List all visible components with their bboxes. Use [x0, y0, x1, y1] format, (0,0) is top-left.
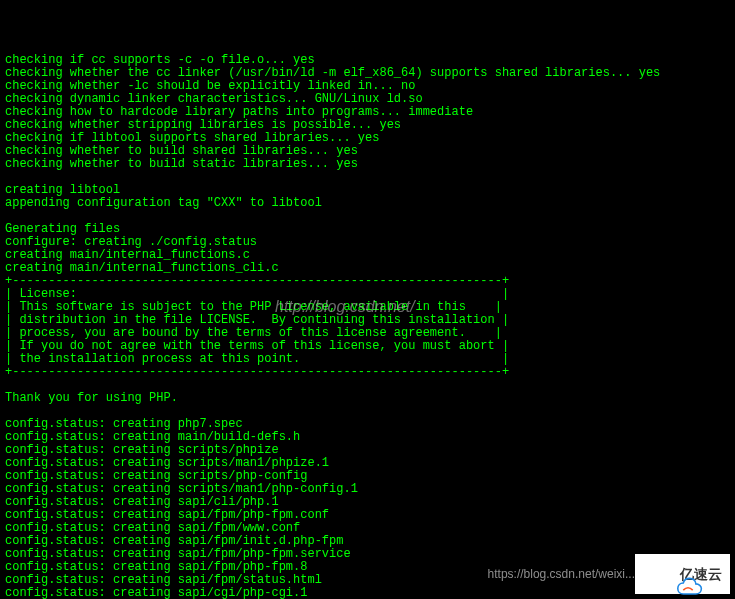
terminal-line: checking whether to build static librari… — [5, 158, 730, 171]
terminal-line: appending configuration tag "CXX" to lib… — [5, 197, 730, 210]
terminal-line: +---------------------------------------… — [5, 366, 730, 379]
terminal-line: Thank you for using PHP. — [5, 392, 730, 405]
terminal-line: config.status: creating sapi/cgi/php-cgi… — [5, 587, 730, 599]
terminal-output: checking if cc supports -c -o file.o... … — [0, 52, 735, 599]
